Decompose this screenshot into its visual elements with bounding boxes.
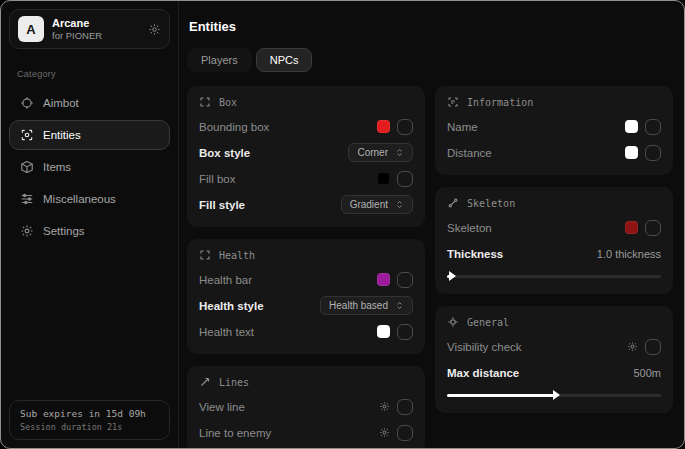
left-column: Box Bounding box Box style Corne — [187, 86, 425, 448]
page-title: Entities — [189, 19, 672, 34]
card-title: General — [467, 317, 509, 328]
sidebar-item-miscellaneous[interactable]: Miscellaneous — [9, 184, 170, 214]
line-to-enemy-checkbox[interactable] — [397, 425, 413, 441]
card-title: Lines — [219, 377, 249, 388]
color-swatch[interactable] — [625, 146, 638, 159]
setting-label: Name — [447, 121, 478, 133]
card-title: Information — [467, 97, 533, 108]
thickness-value: 1.0 thickness — [597, 248, 661, 260]
fill-box-checkbox[interactable] — [397, 171, 413, 187]
card-lines-header: Lines — [199, 376, 413, 388]
gear-icon[interactable] — [148, 23, 161, 36]
app-name: Arcane — [52, 17, 102, 29]
setting-label: Max distance — [447, 367, 519, 379]
card-title: Box — [219, 97, 237, 108]
card-title: Skeleton — [467, 198, 515, 209]
setting-label: Box style — [199, 147, 250, 159]
setting-row-fill-box: Fill box — [199, 168, 413, 189]
setting-label: View line — [199, 401, 245, 413]
gear-icon[interactable] — [627, 341, 638, 352]
card-title: Health — [219, 250, 255, 261]
skeleton-checkbox[interactable] — [645, 220, 661, 236]
sidebar-item-label: Entities — [43, 129, 81, 141]
sidebar-item-entities[interactable]: Entities — [9, 120, 170, 150]
gear-icon[interactable] — [379, 427, 390, 438]
sidebar-nav: Aimbot Entities Items Miscellaneous — [1, 87, 178, 247]
slider-track — [447, 394, 661, 397]
cards-grid: Box Bounding box Box style Corne — [187, 86, 672, 448]
max-distance-slider[interactable] — [447, 389, 661, 401]
sliders-icon — [20, 192, 34, 206]
tab-npcs[interactable]: NPCs — [256, 48, 313, 72]
subscription-panel: Sub expires in 15d 09h Session duration … — [9, 400, 170, 440]
health-style-dropdown[interactable]: Health based — [320, 296, 413, 315]
category-label: Category — [1, 57, 178, 87]
setting-row-distance: Distance — [447, 142, 661, 163]
card-box: Box Bounding box Box style Corne — [187, 86, 425, 227]
slider-fill — [447, 394, 554, 397]
setting-row-visibility-check: Visibility check — [447, 336, 661, 357]
main-panel: Entities Players NPCs Box Bounding box — [179, 1, 684, 448]
card-health: Health Health bar Health style H — [187, 239, 425, 354]
card-skeleton: Skeleton Skeleton Thickness 1.0 thicknes… — [435, 187, 673, 294]
card-information-header: Information — [447, 96, 661, 108]
tab-players[interactable]: Players — [187, 48, 252, 72]
setting-label: Skeleton — [447, 222, 492, 234]
setting-label: Fill box — [199, 173, 235, 185]
setting-label: Fill style — [199, 199, 245, 211]
bounding-box-checkbox[interactable] — [397, 119, 413, 135]
sidebar-item-label: Items — [43, 161, 71, 173]
setting-label: Visibility check — [447, 341, 522, 353]
color-swatch[interactable] — [377, 273, 390, 286]
distance-checkbox[interactable] — [645, 145, 661, 161]
gear-icon — [20, 224, 34, 238]
setting-label: Line to enemy — [199, 427, 271, 439]
card-general: General Visibility check Max distance — [435, 306, 673, 413]
name-checkbox[interactable] — [645, 119, 661, 135]
sidebar-item-settings[interactable]: Settings — [9, 216, 170, 246]
box-style-dropdown[interactable]: Corner — [348, 143, 413, 162]
sidebar: A Arcane for PIONER Category Aimbot — [1, 1, 179, 448]
sidebar-item-label: Miscellaneous — [43, 193, 116, 205]
setting-row-view-line: View line — [199, 396, 413, 417]
dropdown-value: Gradient — [350, 199, 388, 210]
unfold-icon — [395, 301, 404, 310]
fill-style-dropdown[interactable]: Gradient — [341, 195, 413, 214]
color-swatch[interactable] — [377, 120, 390, 133]
unfold-icon — [395, 200, 404, 209]
box-select-icon — [199, 249, 211, 261]
sidebar-item-aimbot[interactable]: Aimbot — [9, 88, 170, 118]
setting-row-line-to-enemy: Line to enemy — [199, 422, 413, 443]
slider-track — [447, 275, 661, 278]
color-swatch[interactable] — [625, 120, 638, 133]
sidebar-item-items[interactable]: Items — [9, 152, 170, 182]
card-skeleton-header: Skeleton — [447, 197, 661, 209]
color-swatch[interactable] — [377, 172, 390, 185]
scan-icon — [20, 128, 34, 142]
color-swatch[interactable] — [625, 221, 638, 234]
gear-icon[interactable] — [379, 401, 390, 412]
slider-fill — [447, 275, 450, 278]
thickness-slider[interactable] — [447, 270, 661, 282]
unfold-icon — [395, 148, 404, 157]
app-subtitle: for PIONER — [52, 30, 102, 41]
card-box-header: Box — [199, 96, 413, 108]
sidebar-item-label: Settings — [43, 225, 85, 237]
card-information: Information Name Distance — [435, 86, 673, 175]
health-text-checkbox[interactable] — [397, 324, 413, 340]
visibility-check-checkbox[interactable] — [645, 339, 661, 355]
setting-row-box-style: Box style Corner — [199, 142, 413, 163]
diagonal-line-icon — [199, 376, 211, 388]
setting-label: Distance — [447, 147, 492, 159]
color-swatch[interactable] — [377, 325, 390, 338]
setting-label: Bounding box — [199, 121, 269, 133]
health-bar-checkbox[interactable] — [397, 272, 413, 288]
right-column: Information Name Distance — [435, 86, 673, 413]
info-scan-icon — [447, 96, 459, 108]
card-health-header: Health — [199, 249, 413, 261]
view-line-checkbox[interactable] — [397, 399, 413, 415]
entity-tabs: Players NPCs — [187, 48, 672, 72]
setting-row-health-text: Health text — [199, 321, 413, 342]
setting-row-fill-style: Fill style Gradient — [199, 194, 413, 215]
setting-label: Health bar — [199, 274, 252, 286]
